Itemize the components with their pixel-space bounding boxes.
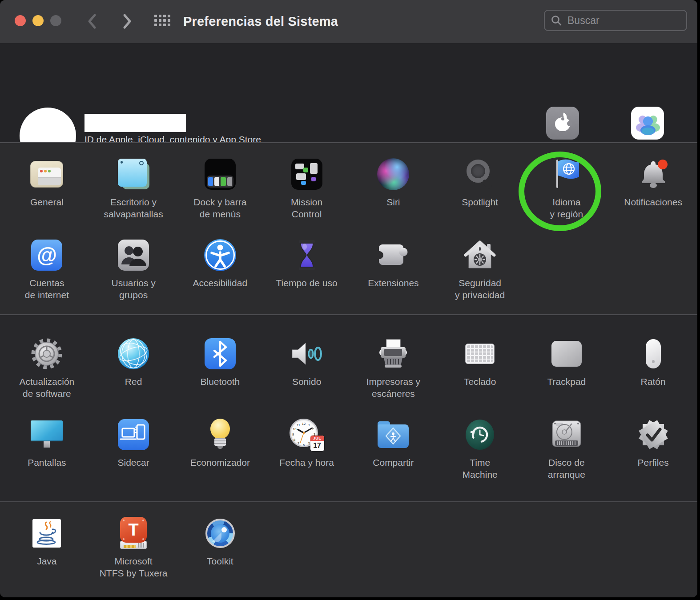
apple-logo-icon — [555, 113, 570, 132]
profiles-icon — [637, 416, 669, 453]
desktop-screensaver-icon — [117, 156, 150, 193]
internet-accounts-icon: @ — [31, 236, 62, 274]
users-groups-icon — [118, 236, 149, 274]
svg-text:9: 9 — [292, 432, 294, 436]
accessibility-icon — [204, 236, 236, 274]
close-button[interactable] — [15, 15, 26, 26]
mission-control-icon — [291, 156, 322, 193]
displays-icon — [31, 416, 63, 453]
pref-item-printers-scanners[interactable]: Impresoras y escáneres — [350, 335, 437, 400]
apple-id-icon — [546, 107, 579, 140]
dock-menubar-icon — [205, 156, 236, 193]
svg-text:8: 8 — [294, 438, 295, 442]
user-name-redacted — [84, 114, 186, 132]
pref-item-sound[interactable]: Sonido — [263, 335, 350, 400]
java-icon — [32, 515, 61, 552]
energy-saver-icon — [210, 416, 230, 453]
notifications-icon — [638, 156, 668, 193]
zoom-button[interactable] — [50, 15, 61, 26]
annotation-circle-language-region — [519, 152, 601, 231]
pref-item-bluetooth[interactable]: Bluetooth — [177, 335, 264, 400]
pref-item-toolkit[interactable]: Toolkit — [177, 515, 264, 580]
keyboard-icon — [465, 335, 495, 372]
search-field[interactable] — [544, 10, 687, 31]
apple-id-section: ID de Apple, iCloud, contenido y App Sto… — [0, 43, 697, 142]
svg-text:12: 12 — [302, 422, 305, 426]
notification-badge — [658, 160, 668, 169]
minimize-button[interactable] — [32, 15, 44, 26]
svg-text:7: 7 — [298, 441, 299, 445]
trackpad-icon — [551, 335, 582, 372]
pref-item-security-privacy[interactable]: Seguridad y privacidad — [437, 236, 523, 301]
extensions-icon — [377, 236, 409, 274]
forward-button[interactable] — [121, 13, 133, 30]
pref-item-time-machine[interactable]: Time Machine — [437, 416, 523, 481]
pref-item-energy-saver[interactable]: Economizador — [177, 416, 264, 481]
back-button[interactable] — [86, 13, 99, 30]
pref-item-users-groups[interactable]: Usuarios y grupos — [90, 236, 177, 301]
toolkit-icon — [205, 515, 235, 552]
system-preferences-window: Preferencias del Sistema ID de Apple, iC… — [0, 0, 697, 597]
svg-text:10: 10 — [293, 427, 296, 431]
network-icon — [118, 335, 149, 372]
pref-item-notifications[interactable]: Notificaciones — [610, 156, 696, 220]
sharing-icon — [378, 416, 409, 453]
general-icon — [30, 156, 63, 193]
sidecar-icon — [118, 416, 149, 453]
pref-item-keyboard[interactable]: Teclado — [437, 335, 523, 400]
security-privacy-icon — [463, 236, 496, 274]
microsoft-ntfs-icon: T — [119, 515, 148, 552]
software-update-icon — [31, 335, 63, 372]
svg-text:5: 5 — [308, 441, 310, 445]
startup-disk-icon — [551, 416, 583, 453]
pref-item-screen-time[interactable]: Tiempo de uso — [263, 236, 350, 301]
pref-item-java[interactable]: Java — [4, 515, 90, 580]
pref-item-spotlight[interactable]: Spotlight — [437, 156, 523, 220]
mouse-icon — [646, 335, 661, 372]
pref-item-network[interactable]: Red — [90, 335, 177, 400]
pref-item-desktop-screensaver[interactable]: Escritorio y salvapantallas — [90, 156, 177, 220]
printers-scanners-icon — [377, 335, 409, 372]
pref-item-displays[interactable]: Pantallas — [4, 416, 90, 481]
show-all-grid-icon[interactable] — [154, 15, 170, 28]
pref-item-extensions[interactable]: Extensiones — [350, 236, 437, 301]
page-title: Preferencias del Sistema — [183, 0, 338, 43]
search-input[interactable] — [567, 14, 671, 27]
pref-item-mouse[interactable]: Ratón — [610, 335, 696, 400]
pref-item-startup-disk[interactable]: Disco de arranque — [523, 416, 610, 481]
date-time-icon: 12 1 2 3 4 5 6 7 8 9 10 11 — [290, 416, 324, 453]
search-icon — [551, 15, 562, 26]
titlebar: Preferencias del Sistema — [0, 0, 697, 43]
spotlight-icon — [464, 156, 495, 193]
svg-text:11: 11 — [297, 423, 300, 427]
pref-item-accessibility[interactable]: Accesibilidad — [177, 236, 264, 301]
screen-time-icon — [296, 236, 318, 274]
svg-text:1: 1 — [308, 423, 310, 427]
calendar-icon: JUL 17 — [310, 436, 324, 451]
pref-item-sharing[interactable]: Compartir — [350, 416, 437, 481]
pref-item-internet-accounts[interactable]: @ Cuentas de internet — [4, 236, 90, 301]
bluetooth-icon — [205, 335, 236, 372]
sound-icon — [290, 335, 324, 372]
family-sharing-icon — [631, 107, 664, 140]
pref-item-mission-control[interactable]: Mission Control — [263, 156, 350, 220]
siri-icon — [377, 156, 409, 193]
pref-item-profiles[interactable]: Perfiles — [610, 416, 696, 481]
svg-text:6: 6 — [303, 443, 305, 447]
pref-item-dock-menubar[interactable]: Dock y barra de menús — [177, 156, 264, 220]
pref-item-siri[interactable]: Siri — [350, 156, 437, 220]
pref-item-date-time[interactable]: 12 1 2 3 4 5 6 7 8 9 10 11 — [263, 416, 350, 481]
time-machine-icon — [464, 416, 495, 453]
pref-item-general[interactable]: General — [4, 156, 90, 220]
pref-item-microsoft-ntfs[interactable]: T Microsoft NTFS by Tuxera — [90, 515, 177, 580]
pref-item-sidecar[interactable]: Sidecar — [90, 416, 177, 481]
pref-item-trackpad[interactable]: Trackpad — [523, 335, 610, 400]
pref-item-software-update[interactable]: Actualización de software — [4, 335, 90, 400]
